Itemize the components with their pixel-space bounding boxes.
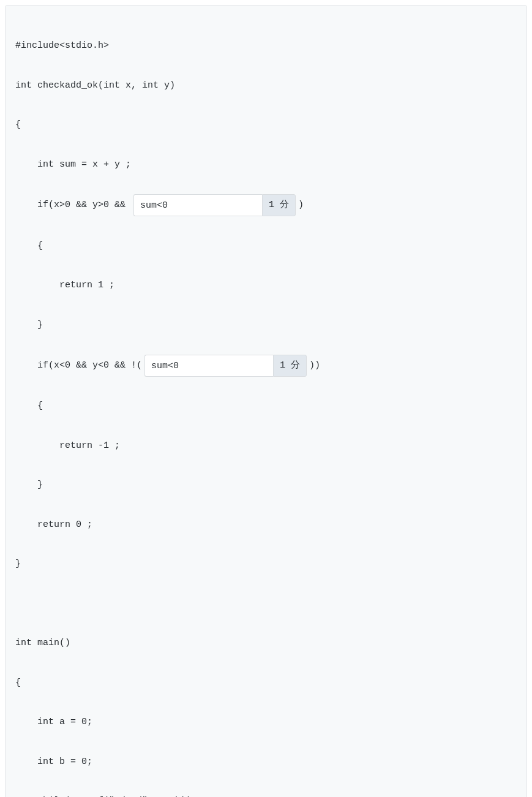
code-line: if(x<0 && y<0 && !(1 分))	[15, 355, 517, 377]
code-line: #include<stdio.h>	[15, 36, 517, 56]
code-text: ))	[309, 360, 320, 371]
code-line: if(x>0 && y>0 && 1 分)	[15, 194, 517, 216]
code-line: }	[15, 315, 517, 335]
code-line: return 0 ;	[15, 515, 517, 535]
blank-score-1: 1 分	[262, 194, 296, 216]
code-line: int main()	[15, 633, 517, 653]
blank-input-1[interactable]	[133, 194, 262, 216]
code-block: #include<stdio.h> int checkadd_ok(int x,…	[5, 5, 527, 797]
code-line: int b = 0;	[15, 752, 517, 772]
code-line: return 1 ;	[15, 276, 517, 295]
code-line: }	[15, 475, 517, 495]
code-line: {	[15, 673, 517, 693]
code-line: int a = 0;	[15, 712, 517, 732]
code-line: int checkadd_ok(int x, int y)	[15, 76, 517, 96]
code-text: )	[298, 200, 304, 210]
code-line: while(~scanf("%d %d",&a,&b))	[15, 791, 517, 797]
code-text: if(x>0 && y>0 &&	[15, 200, 131, 210]
code-text: if(x<0 && y<0 && !(	[15, 360, 142, 371]
blank-score-2: 1 分	[273, 355, 307, 377]
blank-input-2[interactable]	[144, 355, 273, 377]
code-line: return -1 ;	[15, 436, 517, 456]
code-line: }	[15, 554, 517, 574]
fill-blank-2: 1 分	[144, 355, 307, 377]
code-line: int sum = x + y ;	[15, 155, 517, 175]
fill-blank-1: 1 分	[133, 194, 296, 216]
code-line: {	[15, 115, 517, 135]
code-line: {	[15, 236, 517, 256]
code-line: {	[15, 396, 517, 416]
